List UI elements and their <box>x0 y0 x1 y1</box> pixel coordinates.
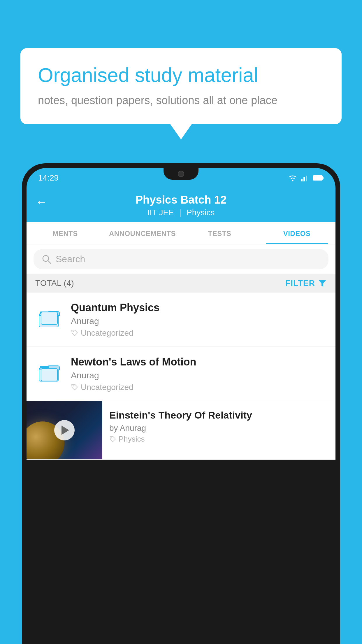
total-count: TOTAL (4) <box>35 279 74 288</box>
svg-marker-8 <box>319 280 326 287</box>
svg-rect-1 <box>301 179 303 181</box>
content-area: Quantum Physics Anurag Uncategorized <box>27 293 335 460</box>
camera-icon <box>178 171 184 177</box>
back-button[interactable]: ← <box>35 195 48 209</box>
svg-rect-4 <box>313 176 322 180</box>
header-title: Physics Batch 12 <box>136 194 227 206</box>
search-icon <box>42 254 52 264</box>
svg-point-17 <box>73 385 74 386</box>
tag-icon <box>71 384 78 391</box>
list-item[interactable]: Einstein's Theory Of Relativity by Anura… <box>27 401 335 460</box>
battery-icon <box>313 175 324 181</box>
video-title: Einstein's Theory Of Relativity <box>109 409 330 421</box>
play-button[interactable] <box>54 420 75 440</box>
svg-rect-5 <box>323 177 324 179</box>
status-icons <box>288 174 324 182</box>
folder-icon <box>38 306 61 329</box>
tab-announcements[interactable]: ANNOUNCEMENTS <box>104 222 181 244</box>
list-item[interactable]: Newton's Laws of Motion Anurag Uncategor… <box>27 347 335 401</box>
phone-inner: 14:29 <box>27 168 335 644</box>
video-author: Anurag <box>71 370 327 380</box>
breadcrumb-iit: IIT JEE <box>147 208 174 217</box>
svg-line-7 <box>48 261 51 264</box>
tag-icon <box>109 436 116 443</box>
svg-point-18 <box>111 437 112 438</box>
svg-rect-2 <box>303 177 305 181</box>
status-bar: 14:29 <box>27 168 335 188</box>
video-thumbnail-image <box>27 401 102 459</box>
video-title: Newton's Laws of Motion <box>71 356 327 368</box>
notch <box>164 168 198 180</box>
video-author: by Anurag <box>109 424 330 433</box>
tab-ments[interactable]: MENTS <box>27 222 104 244</box>
search-box[interactable]: Search <box>34 249 328 269</box>
svg-rect-15 <box>40 366 49 368</box>
svg-point-13 <box>73 331 74 332</box>
app-header: ← Physics Batch 12 IIT JEE | Physics <box>27 188 335 222</box>
video-author: Anurag <box>71 316 327 326</box>
search-placeholder: Search <box>56 254 85 265</box>
wifi-icon <box>288 174 298 182</box>
item-thumbnail <box>35 301 64 333</box>
filter-bar: TOTAL (4) FILTER <box>27 274 335 293</box>
play-triangle-icon <box>61 426 69 435</box>
filter-button[interactable]: FILTER <box>285 279 327 288</box>
svg-point-0 <box>292 180 294 181</box>
breadcrumb-separator: | <box>179 208 181 217</box>
item-thumbnail <box>35 356 64 388</box>
tab-videos[interactable]: VIDEOS <box>258 222 335 244</box>
phone-frame: 14:29 <box>22 163 340 644</box>
list-item[interactable]: Quantum Physics Anurag Uncategorized <box>27 293 335 347</box>
video-tag: Uncategorized <box>71 328 327 338</box>
svg-rect-3 <box>306 176 307 181</box>
speech-bubble-card: Organised study material notes, question… <box>20 48 342 124</box>
item-info: Quantum Physics Anurag Uncategorized <box>71 301 327 338</box>
tabs-bar: MENTS ANNOUNCEMENTS TESTS VIDEOS <box>27 222 335 244</box>
video-tag: Physics <box>109 435 330 444</box>
speech-bubble-subtitle: notes, question papers, solutions all at… <box>38 94 324 107</box>
svg-rect-12 <box>41 312 57 324</box>
folder-icon <box>38 360 61 383</box>
item-info: Newton's Laws of Motion Anurag Uncategor… <box>71 356 327 392</box>
tag-icon <box>71 329 78 337</box>
video-title: Quantum Physics <box>71 301 327 314</box>
svg-rect-16 <box>41 369 57 381</box>
header-breadcrumb: IIT JEE | Physics <box>147 208 215 217</box>
filter-icon <box>318 279 327 288</box>
tab-tests[interactable]: TESTS <box>181 222 258 244</box>
status-time: 14:29 <box>38 173 59 183</box>
breadcrumb-physics: Physics <box>187 208 215 217</box>
item-info: Einstein's Theory Of Relativity by Anura… <box>102 401 335 449</box>
speech-bubble-title: Organised study material <box>38 64 324 86</box>
video-tag: Uncategorized <box>71 383 327 392</box>
search-container: Search <box>27 244 335 274</box>
svg-point-6 <box>43 256 49 261</box>
signal-icon <box>301 174 309 181</box>
